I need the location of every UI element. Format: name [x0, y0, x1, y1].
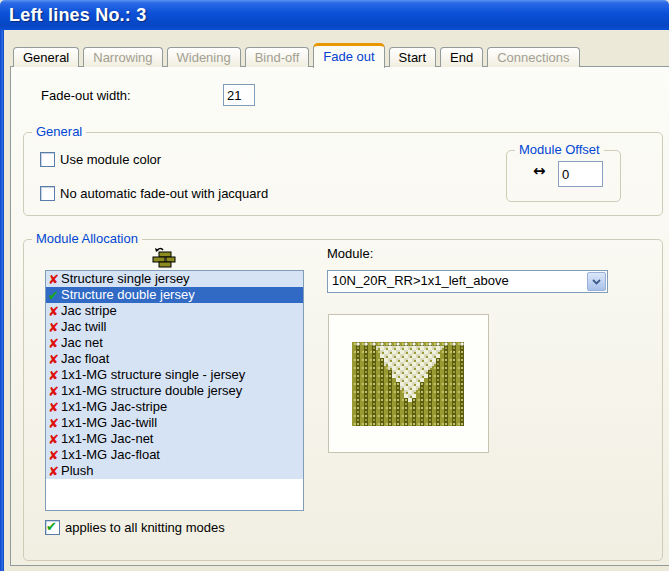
list-item-label: Jac net	[61, 335, 103, 351]
list-item-label: Plush	[61, 463, 94, 479]
module-preview-panel	[328, 314, 489, 453]
x-icon: ✘	[46, 272, 61, 287]
list-item[interactable]: ✘Jac net	[46, 335, 303, 351]
tab-connections[interactable]: Connections	[487, 47, 579, 67]
x-icon: ✘	[46, 400, 61, 415]
window-title: Left lines No.: 3	[0, 0, 669, 30]
list-item[interactable]: ✘Plush	[46, 463, 303, 479]
module-offset-input[interactable]	[558, 161, 603, 187]
list-item-label: Jac float	[61, 351, 109, 367]
checkmark-icon: ✔	[46, 519, 57, 534]
module-bricks-icon	[145, 246, 177, 272]
list-item-label: 1x1-MG Jac-net	[61, 431, 153, 447]
use-module-color-label: Use module color	[60, 152, 161, 167]
no-auto-fadeout-label: No automatic fade-out with jacquard	[60, 186, 268, 201]
tab-page-fade-out: Fade-out width: General Use module color…	[10, 66, 669, 566]
tab-end[interactable]: End	[440, 47, 483, 67]
x-icon: ✘	[46, 320, 61, 335]
list-item[interactable]: ✘1x1-MG Jac-twill	[46, 415, 303, 431]
list-item-label: Jac twill	[61, 319, 107, 335]
tab-fade-out[interactable]: Fade out	[313, 43, 384, 68]
list-item-label: 1x1-MG structure double jersey	[61, 383, 242, 399]
fade-out-width-input[interactable]	[223, 84, 255, 106]
list-item-label: 1x1-MG structure single - jersey	[61, 367, 245, 383]
list-item-label: 1x1-MG Jac-stripe	[61, 399, 167, 415]
module-label: Module:	[327, 246, 373, 261]
applies-all-modes-checkbox[interactable]: ✔	[45, 520, 60, 535]
chevron-down-icon	[592, 279, 601, 285]
list-item[interactable]: ✘1x1-MG Jac-stripe	[46, 399, 303, 415]
list-item[interactable]: ✘1x1-MG Jac-net	[46, 431, 303, 447]
applies-all-modes-label: applies to all knitting modes	[65, 520, 225, 535]
list-item[interactable]: ✔Structure double jersey	[46, 287, 303, 303]
list-item-label: Structure single jersey	[61, 271, 190, 287]
list-item-label: 1x1-MG Jac-float	[61, 447, 160, 463]
module-allocation-group: Module Allocation ✘Structure single jers…	[23, 239, 663, 561]
general-group: General Use module color No automatic fa…	[23, 132, 663, 216]
list-item[interactable]: ✘Jac float	[46, 351, 303, 367]
combobox-dropdown-button[interactable]	[587, 272, 606, 291]
check-icon: ✔	[46, 288, 61, 303]
tab-start[interactable]: Start	[389, 47, 436, 67]
list-item[interactable]: ✘1x1-MG Jac-float	[46, 447, 303, 463]
x-icon: ✘	[46, 416, 61, 431]
module-allocation-list[interactable]: ✘Structure single jersey✔Structure doubl…	[45, 270, 304, 511]
window-left-border	[0, 28, 4, 571]
list-item[interactable]: ✘Jac stripe	[46, 303, 303, 319]
tab-narrowing[interactable]: Narrowing	[83, 47, 162, 67]
module-combobox-value: 10N_20R_RR>1x1_left_above	[328, 271, 586, 292]
x-icon: ✘	[46, 432, 61, 447]
list-item[interactable]: ✘1x1-MG structure double jersey	[46, 383, 303, 399]
module-offset-group: Module Offset ↔	[506, 150, 621, 202]
module-allocation-title: Module Allocation	[32, 231, 142, 246]
list-item-label: 1x1-MG Jac-twill	[61, 415, 157, 431]
fade-out-width-label: Fade-out width:	[41, 88, 131, 103]
x-icon: ✘	[46, 336, 61, 351]
list-item[interactable]: ✘Structure single jersey	[46, 271, 303, 287]
module-preview-canvas	[352, 342, 464, 426]
x-icon: ✘	[46, 368, 61, 383]
x-icon: ✘	[46, 304, 61, 319]
general-group-title: General	[32, 124, 86, 139]
tab-bind-off[interactable]: Bind-off	[245, 47, 310, 67]
x-icon: ✘	[46, 464, 61, 479]
list-item-label: Structure double jersey	[61, 287, 195, 303]
list-item[interactable]: ✘1x1-MG structure single - jersey	[46, 367, 303, 383]
list-item-label: Jac stripe	[61, 303, 117, 319]
module-offset-title: Module Offset	[515, 142, 604, 157]
tab-strip: GeneralNarrowingWideningBind-offFade out…	[13, 41, 584, 67]
x-icon: ✘	[46, 384, 61, 399]
module-combobox[interactable]: 10N_20R_RR>1x1_left_above	[327, 270, 608, 293]
tab-general[interactable]: General	[13, 47, 79, 67]
x-icon: ✘	[46, 352, 61, 367]
use-module-color-checkbox[interactable]	[40, 152, 55, 167]
no-auto-fadeout-checkbox[interactable]	[40, 186, 55, 201]
list-item[interactable]: ✘Jac twill	[46, 319, 303, 335]
x-icon: ✘	[46, 448, 61, 463]
title-bar[interactable]: Left lines No.: 3	[0, 0, 669, 30]
horizontal-arrow-icon: ↔	[533, 162, 546, 180]
tab-widening[interactable]: Widening	[167, 47, 241, 67]
